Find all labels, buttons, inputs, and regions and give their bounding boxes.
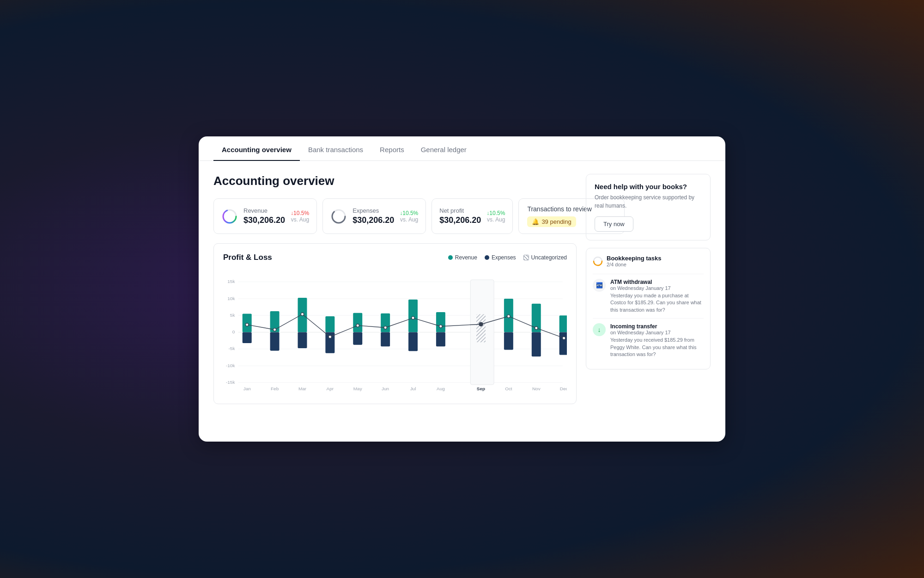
bookkeeping-title-wrap: Bookkeeping tasks 2/4 done [607,255,704,267]
svg-text:-5k: -5k [229,346,235,351]
net-profit-label: Net profit [439,207,481,214]
net-profit-vs: vs. Aug [486,216,505,223]
svg-point-46 [301,313,304,315]
svg-rect-39 [436,332,445,346]
svg-text:Oct: Oct [505,386,512,391]
svg-text:-15k: -15k [226,380,235,385]
tab-reports[interactable]: Reports [371,136,413,161]
svg-text:Apr: Apr [327,386,334,391]
expenses-label: Expenses [353,207,394,214]
svg-rect-23 [353,313,362,332]
tab-general-ledger[interactable]: General ledger [413,136,475,161]
chart-area: 15k 10k 5k 0 -5k -10k -15k [223,270,567,399]
svg-text:5k: 5k [230,313,235,318]
svg-text:-10k: -10k [226,363,235,368]
legend-uncategorized: Uncategorized [523,254,567,261]
task-title-atm: ATM withdrawal [610,279,704,285]
right-panel: Need help with your books? Order bookkee… [586,174,711,404]
legend-expenses: Expenses [485,254,516,261]
svg-point-45 [273,328,276,331]
task-desc-atm: Yesterday you made a purchase at Costco … [610,292,704,314]
pending-text: 39 pending [541,218,571,225]
legend-revenue-label: Revenue [455,254,477,261]
revenue-info: Revenue $30,206.20 [243,207,285,225]
svg-text:Jan: Jan [243,386,251,391]
svg-rect-37 [381,332,390,346]
page-content: Accounting overview [199,161,725,404]
help-card: Need help with your books? Order bookkee… [586,174,711,240]
bookkeeping-circle-icon [593,256,603,266]
tab-bank-transactions[interactable]: Bank transactions [300,136,371,161]
bookkeeping-done: 2/4 done [607,262,704,267]
svg-text:Aug: Aug [437,386,445,391]
revenue-vs: vs. Aug [291,216,309,223]
revenue-icon [221,208,238,225]
atm-icon: 🏧 [593,279,606,292]
net-profit-card: Net profit $30,206.20 ↓10.5% vs. Aug [432,198,513,234]
svg-text:Jul: Jul [410,386,416,391]
bookkeeping-header: Bookkeeping tasks 2/4 done [593,255,704,267]
task-desc-transfer: Yesterday you received $185.29 from Pegg… [610,337,704,358]
svg-text:15k: 15k [227,279,235,284]
task-content-atm: ATM withdrawal on Wednesday January 17 Y… [610,279,704,314]
chart-header: Profit & Loss Revenue Expenses Uncate [223,253,567,262]
legend-expenses-label: Expenses [492,254,516,261]
metric-cards-row: Revenue $30,206.20 ↓10.5% vs. Aug [213,198,577,234]
svg-rect-42 [532,332,541,357]
net-profit-info: Net profit $30,206.20 [439,207,481,225]
svg-text:0: 0 [232,329,235,334]
legend-dot-uncategorized [523,255,529,260]
svg-rect-26 [436,312,445,332]
svg-text:Feb: Feb [271,386,279,391]
task-date-atm: on Wednesday January 17 [610,285,704,291]
try-now-button[interactable]: Try now [595,216,633,232]
expenses-info: Expenses $30,206.20 [353,207,394,225]
task-date-transfer: on Wednesday January 17 [610,330,704,335]
main-card: Accounting overview Bank transactions Re… [199,136,725,442]
svg-rect-34 [298,332,307,348]
page-title: Accounting overview [213,174,577,188]
svg-point-55 [562,337,565,339]
svg-rect-41 [504,332,513,350]
revenue-change: ↓10.5% vs. Aug [291,210,309,223]
svg-rect-40 [476,332,486,342]
help-desc: Order bookkeeping service supported by r… [595,193,702,210]
bookkeeping-card: Bookkeeping tasks 2/4 done 🏧 ATM withdra… [586,248,711,369]
svg-text:May: May [353,386,362,391]
profit-loss-chart-card: Profit & Loss Revenue Expenses Uncate [213,243,577,404]
expenses-pct: ↓10.5% [400,210,418,216]
profit-loss-svg: 15k 10k 5k 0 -5k -10k -15k [223,270,567,399]
transfer-icon: ↓ [593,323,606,336]
tab-accounting-overview[interactable]: Accounting overview [213,136,300,161]
svg-rect-38 [408,332,418,351]
legend-uncategorized-label: Uncategorized [531,254,567,261]
svg-rect-36 [353,332,362,344]
task-item-atm: 🏧 ATM withdrawal on Wednesday January 17… [593,274,704,318]
svg-text:Nov: Nov [532,386,541,391]
svg-rect-22 [325,316,334,332]
net-profit-value: $30,206.20 [439,215,481,225]
svg-text:10k: 10k [227,296,235,301]
svg-point-44 [246,323,249,326]
expenses-vs: vs. Aug [400,216,418,223]
pending-badge: 🔔 39 pending [527,216,576,227]
task-title-transfer: Incoming transfer [610,323,704,330]
svg-point-47 [328,335,331,338]
svg-rect-31 [559,315,567,332]
chart-legend: Revenue Expenses Uncategorized [448,254,567,261]
svg-point-49 [384,326,387,329]
expenses-card: Expenses $30,206.20 ↓10.5% vs. Aug [322,198,426,234]
revenue-label: Revenue [243,207,285,214]
task-item-transfer: ↓ Incoming transfer on Wednesday January… [593,318,704,363]
help-title: Need help with your books? [595,183,702,191]
svg-text:Sep: Sep [477,386,485,391]
svg-rect-32 [243,332,252,343]
chart-title: Profit & Loss [223,253,272,262]
task-content-transfer: Incoming transfer on Wednesday January 1… [610,323,704,358]
svg-rect-43 [559,332,567,355]
svg-point-54 [535,326,538,329]
expenses-change: ↓10.5% vs. Aug [400,210,418,223]
tab-bar: Accounting overview Bank transactions Re… [199,136,725,161]
svg-rect-33 [270,332,280,350]
bookkeeping-title: Bookkeeping tasks [607,255,704,262]
